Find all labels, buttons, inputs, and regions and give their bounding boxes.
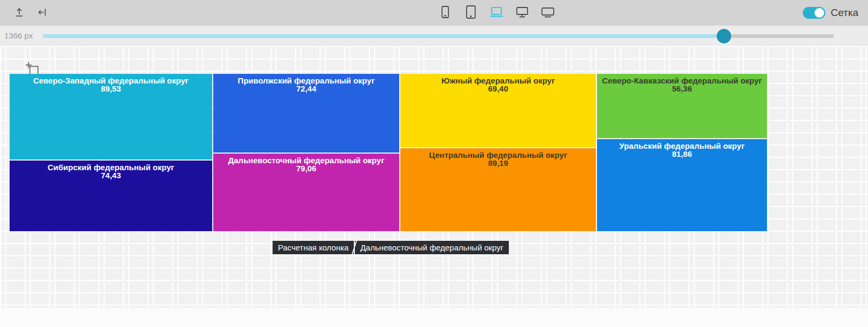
treemap-block[interactable]: Сибирский федеральный округ74,43 (10, 161, 212, 231)
desktop-icon (514, 5, 530, 21)
treemap-block-value: 89,19 (400, 159, 596, 167)
toolbar-left-group (12, 0, 50, 26)
width-slider-track[interactable] (43, 34, 834, 38)
collapse-left-icon (37, 6, 49, 20)
treemap-block-label: Северо-Кавказский федеральный округ (597, 77, 767, 85)
treemap-block[interactable]: Северо-Кавказский федеральный округ56,36 (597, 74, 767, 138)
treemap-block-label: Уральский федеральный округ (597, 142, 767, 150)
treemap: Северо-Западный федеральный округ89,53Си… (0, 46, 868, 308)
treemap-block[interactable]: Центральный федеральный округ89,19 (400, 148, 596, 231)
treemap-block-label: Дальневосточный федеральный округ (213, 156, 399, 164)
treemap-block[interactable]: Приволжский федеральный округ72,44 (213, 74, 399, 153)
treemap-block-value: 56,36 (597, 85, 767, 93)
treemap-block-value: 89,53 (10, 85, 212, 93)
dashboard-canvas: Северо-Западный федеральный округ89,53Си… (0, 46, 868, 327)
toolbar: Сетка (0, 0, 868, 26)
treemap-block-label: Центральный федеральный округ (400, 151, 596, 159)
upload-icon (13, 6, 25, 20)
collapse-left-button[interactable] (35, 5, 50, 20)
treemap-block-value: 81,86 (597, 150, 767, 158)
device-tablet-button[interactable] (463, 4, 479, 21)
device-widescreen-button[interactable] (540, 4, 556, 21)
canvas-bottom-strip (0, 308, 868, 327)
width-slider-fill (43, 34, 724, 38)
treemap-block-value: 79,06 (213, 164, 399, 172)
treemap-block-value: 72,44 (213, 85, 399, 93)
device-desktop-button[interactable] (514, 4, 530, 21)
toolbar-right-group: Сетка (803, 0, 858, 26)
widescreen-icon (540, 5, 556, 21)
tooltip-value-label: Дальневосточный федеральный округ (355, 241, 509, 254)
treemap-block-label: Южный федеральный округ (400, 77, 596, 85)
treemap-block-value: 69,40 (400, 85, 596, 93)
grid-toggle[interactable] (803, 7, 825, 19)
device-laptop-button[interactable] (489, 4, 505, 21)
tablet-icon (464, 5, 477, 21)
treemap-block-value: 74,43 (10, 171, 212, 179)
laptop-icon (489, 5, 505, 21)
treemap-block[interactable]: Дальневосточный федеральный округ79,06 (213, 154, 399, 231)
treemap-block[interactable]: Северо-Западный федеральный округ89,53 (10, 74, 212, 159)
tooltip-field-label: Расчетная колонка (273, 241, 354, 254)
treemap-block[interactable]: Уральский федеральный округ81,86 (597, 139, 767, 231)
treemap-block[interactable]: Южный федеральный округ69,40 (400, 74, 596, 147)
width-slider-row: 1366 px (0, 26, 868, 46)
tooltip-badge: Расчетная колонка Дальневосточный федера… (273, 241, 509, 254)
grid-toggle-knob (813, 7, 825, 19)
grid-toggle-label: Сетка (831, 7, 858, 19)
device-phone-button[interactable] (437, 4, 453, 21)
treemap-block-label: Северо-Западный федеральный округ (10, 77, 212, 85)
phone-icon (439, 5, 451, 21)
width-slider-handle[interactable] (717, 29, 731, 43)
upload-button[interactable] (12, 5, 27, 20)
treemap-block-label: Сибирский федеральный округ (10, 163, 212, 171)
treemap-block-label: Приволжский федеральный округ (213, 77, 399, 85)
device-preview-group (437, 0, 556, 26)
width-value-label: 1366 px (4, 31, 33, 40)
